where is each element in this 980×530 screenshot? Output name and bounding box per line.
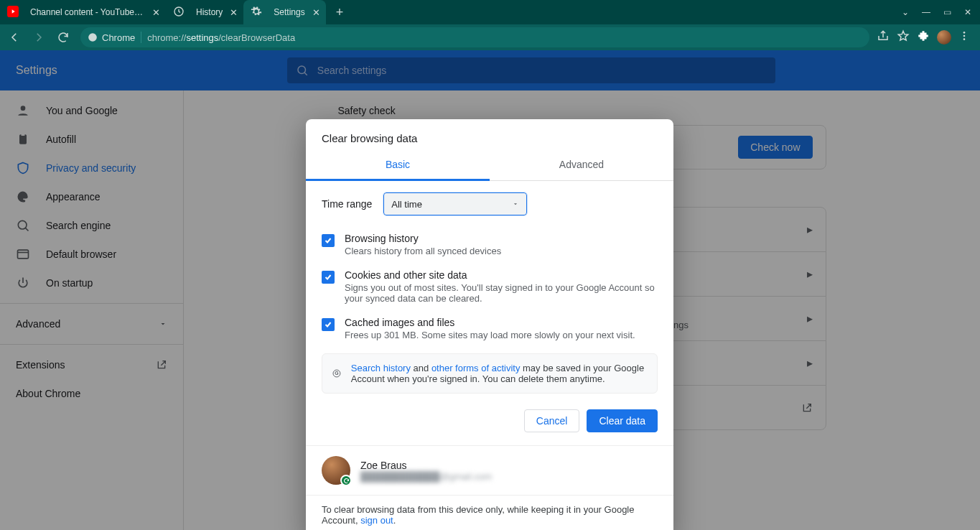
google-icon: G bbox=[332, 366, 341, 381]
browser-toolbar: Chrome chrome://settings/clearBrowserDat… bbox=[0, 24, 980, 50]
tab-label: History bbox=[196, 7, 223, 17]
option-title: Cookies and other site data bbox=[345, 269, 658, 281]
account-email: ████████████@gmail.com bbox=[360, 471, 492, 482]
share-icon[interactable] bbox=[877, 29, 890, 45]
sign-out-link[interactable]: sign out bbox=[360, 515, 393, 526]
check-icon bbox=[324, 320, 332, 329]
kebab-menu-icon[interactable] bbox=[958, 30, 970, 45]
time-range-select[interactable]: All time bbox=[383, 192, 527, 215]
clear-data-button[interactable]: Clear data bbox=[587, 409, 658, 432]
youtube-icon bbox=[7, 6, 24, 19]
window-controls: ⌄ — ▭ ✕ bbox=[902, 7, 980, 17]
extensions-icon[interactable] bbox=[917, 29, 930, 45]
maximize-button[interactable]: ▭ bbox=[943, 7, 951, 17]
dialog-title: Clear browsing data bbox=[306, 119, 673, 152]
option-cached-images[interactable]: Cached images and filesFrees up 301 MB. … bbox=[322, 311, 658, 348]
checkbox[interactable] bbox=[322, 234, 335, 247]
svg-point-4 bbox=[963, 35, 966, 37]
option-sub: Clears history from all synced devices bbox=[345, 246, 501, 256]
search-history-link[interactable]: Search history bbox=[351, 363, 411, 373]
info-box: G Search history and other forms of acti… bbox=[322, 353, 658, 394]
tab-search-icon[interactable]: ⌄ bbox=[902, 7, 909, 17]
cancel-button[interactable]: Cancel bbox=[524, 409, 580, 432]
gear-icon bbox=[251, 6, 268, 19]
dialog-tabs: Basic Advanced bbox=[306, 152, 673, 181]
sync-badge-icon bbox=[340, 475, 352, 486]
address-bar[interactable]: Chrome chrome://settings/clearBrowserDat… bbox=[80, 27, 869, 47]
checkbox[interactable] bbox=[322, 271, 335, 284]
account-row: Zoe Braus ████████████@gmail.com bbox=[306, 446, 673, 496]
minimize-button[interactable]: — bbox=[922, 7, 930, 17]
reload-button[interactable] bbox=[53, 27, 73, 47]
checkbox[interactable] bbox=[322, 318, 335, 331]
tab-label: Channel content - YouTube Studi bbox=[30, 7, 145, 17]
separator bbox=[141, 32, 141, 43]
account-name: Zoe Braus bbox=[360, 460, 492, 471]
back-button[interactable] bbox=[4, 27, 24, 47]
option-cookies[interactable]: Cookies and other site dataSigns you out… bbox=[322, 264, 658, 311]
time-range-label: Time range bbox=[322, 198, 372, 210]
option-title: Browsing history bbox=[345, 233, 501, 244]
svg-point-2 bbox=[88, 33, 97, 42]
check-icon bbox=[324, 236, 332, 245]
clear-browsing-data-dialog: Clear browsing data Basic Advanced Time … bbox=[306, 119, 673, 530]
close-icon[interactable]: ✕ bbox=[152, 8, 160, 17]
chevron-down-icon bbox=[512, 200, 519, 208]
time-range-value: All time bbox=[391, 199, 422, 210]
close-icon[interactable]: ✕ bbox=[230, 8, 238, 17]
tab-history[interactable]: History ✕ bbox=[166, 0, 243, 24]
url-chip-label: Chrome bbox=[102, 32, 135, 43]
tab-youtube-studio[interactable]: Channel content - YouTube Studi ✕ bbox=[0, 0, 166, 24]
option-browsing-history[interactable]: Browsing historyClears history from all … bbox=[322, 227, 658, 264]
browser-titlebar: Channel content - YouTube Studi ✕ Histor… bbox=[0, 0, 980, 24]
svg-point-3 bbox=[963, 32, 966, 34]
forward-button[interactable] bbox=[29, 27, 49, 47]
site-info-icon[interactable]: Chrome bbox=[88, 32, 135, 43]
tab-settings[interactable]: Settings ✕ bbox=[243, 0, 325, 24]
tab-label: Settings bbox=[274, 7, 304, 17]
option-sub: Signs you out of most sites. You'll stay… bbox=[345, 282, 658, 304]
svg-text:G: G bbox=[335, 371, 338, 376]
toolbar-right bbox=[877, 29, 976, 45]
history-icon bbox=[173, 6, 190, 19]
tab-advanced[interactable]: Advanced bbox=[490, 152, 673, 180]
svg-point-5 bbox=[963, 38, 966, 40]
option-title: Cached images and files bbox=[345, 317, 635, 328]
dialog-footer: To clear browsing data from this device … bbox=[306, 496, 673, 530]
other-activity-link[interactable]: other forms of activity bbox=[431, 363, 521, 373]
close-icon[interactable]: ✕ bbox=[312, 8, 320, 17]
settings-page: Settings Search settings You and Google … bbox=[0, 50, 980, 530]
tab-basic[interactable]: Basic bbox=[306, 152, 490, 181]
close-window-button[interactable]: ✕ bbox=[964, 7, 971, 17]
account-avatar bbox=[322, 456, 350, 485]
profile-avatar[interactable] bbox=[937, 30, 951, 45]
option-sub: Frees up 301 MB. Some sites may load mor… bbox=[345, 330, 635, 340]
new-tab-button[interactable]: + bbox=[332, 2, 348, 23]
check-icon bbox=[324, 273, 332, 282]
star-icon[interactable] bbox=[897, 29, 910, 45]
url-text: chrome://settings/clearBrowserData bbox=[147, 32, 295, 43]
